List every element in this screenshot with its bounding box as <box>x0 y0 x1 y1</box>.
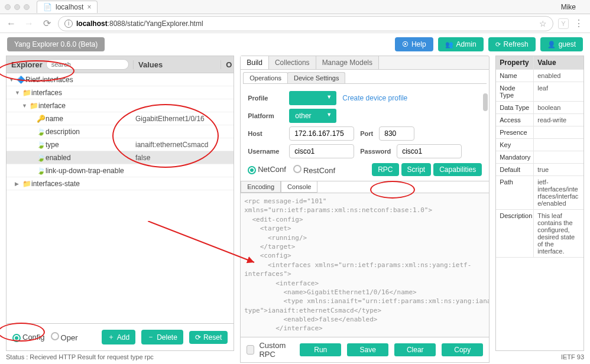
username-label: Username <box>248 148 283 155</box>
netconf-radio[interactable]: NetConf <box>248 165 286 174</box>
tab-manage-models[interactable]: Manage Models <box>316 56 379 69</box>
status-right: IETF 93 <box>561 353 584 363</box>
password-label: Password <box>360 148 391 155</box>
menu-icon[interactable]: ⋮ <box>572 17 585 30</box>
key-icon: 🔑 <box>37 115 44 123</box>
tree-node-enabled[interactable]: 🍃enabledfalse <box>7 151 234 164</box>
browser-profile-name[interactable]: Mike <box>561 3 585 11</box>
create-profile-link[interactable]: Create device profile <box>342 94 407 102</box>
extension-icon[interactable]: Y <box>558 18 569 29</box>
browser-tab-bar: 📄 localhost × Mike <box>0 0 590 14</box>
url-text: localhost:8088/static/YangExplorer.html <box>76 20 203 28</box>
oper-column-header: O <box>221 60 234 69</box>
capabilities-button[interactable]: Capabilities <box>433 163 482 176</box>
bookmark-icon[interactable]: ☆ <box>539 19 547 28</box>
profile-dropdown[interactable] <box>289 91 336 105</box>
subtab-operations[interactable]: Operations <box>243 72 288 83</box>
sub-tabs: Operations Device Settings <box>243 72 487 84</box>
leaf-icon: 🍃 <box>37 128 44 136</box>
script-button[interactable]: Script <box>401 163 432 176</box>
tab-title: localhost <box>56 3 83 11</box>
explorer-footer: Config Oper ＋Add －Delete ⟳Reset <box>6 324 234 351</box>
tab-console[interactable]: Console <box>281 181 317 193</box>
property-header: Property <box>496 56 534 69</box>
tab-build[interactable]: Build <box>241 56 269 69</box>
help-button[interactable]: ⦿Help <box>395 37 433 51</box>
tab-collections[interactable]: Collections <box>269 56 316 69</box>
app-title-pill: Yang Explorer 0.6.0 (Beta) <box>7 37 105 51</box>
prop-row: Nameenabled <box>496 70 583 82</box>
guest-button[interactable]: 👤guest <box>540 37 583 51</box>
tree-node-interfaces-state[interactable]: ▶📁interfaces-state <box>7 177 234 190</box>
value-header: Value <box>534 56 583 69</box>
admin-button[interactable]: 👥Admin <box>438 37 484 51</box>
oper-radio[interactable]: Oper <box>51 332 78 342</box>
people-icon: 👥 <box>445 41 453 48</box>
tree-node-name[interactable]: 🔑nameGigabitEthernet1/0/16 <box>7 112 234 125</box>
scrollbar-thumb[interactable] <box>483 93 488 111</box>
close-window-icon[interactable] <box>5 4 11 10</box>
forward-button: → <box>22 17 35 30</box>
tree-node-interfaces[interactable]: ▼📁interfaces <box>7 86 234 99</box>
property-table: PropertyValue Nameenabled Node Typeleaf … <box>495 56 584 351</box>
leaf-icon: 🍃 <box>37 141 44 149</box>
back-button[interactable]: ← <box>5 17 18 30</box>
address-bar[interactable]: i localhost:8088/static/YangExplorer.htm… <box>58 16 553 31</box>
host-input[interactable] <box>289 126 354 141</box>
console-output[interactable]: <rpc message-id="101" xmlns="urn:ietf:pa… <box>241 193 489 337</box>
prop-row: Node Typeleaf <box>496 82 583 102</box>
config-radio[interactable]: Config <box>12 333 45 342</box>
values-column-header: Values <box>133 60 221 69</box>
window-controls <box>5 4 30 10</box>
tree-node-root[interactable]: ▼🔷Rietf-interfaces <box>7 73 234 86</box>
prop-row: Accessread-write <box>496 114 583 126</box>
prop-row: Mandatory <box>496 151 583 164</box>
tree-node-type[interactable]: 🍃typeianaift:ethernetCsmacd <box>7 138 234 151</box>
protocol-row: NetConf RestConf RPC Script Capabilities <box>241 163 489 181</box>
refresh-icon: ⟳ <box>495 41 501 48</box>
reset-icon: ⟳ <box>195 333 201 342</box>
device-form: Profile Create device profile Platform o… <box>241 84 489 163</box>
prop-row: Key <box>496 139 583 151</box>
user-icon: 👤 <box>547 41 556 48</box>
prop-row: Data Typeboolean <box>496 102 583 114</box>
maximize-window-icon[interactable] <box>24 4 30 10</box>
prop-row: Pathietf-interfaces/interfaces/interface… <box>496 176 583 210</box>
site-info-icon[interactable]: i <box>64 20 73 28</box>
browser-tab[interactable]: 📄 localhost × <box>37 1 98 13</box>
close-tab-icon[interactable]: × <box>87 3 91 11</box>
delete-button[interactable]: －Delete <box>141 330 183 344</box>
platform-label: Platform <box>248 112 283 119</box>
port-input[interactable] <box>379 126 414 141</box>
prop-row: DescriptionThis leaf contains the config… <box>496 210 583 258</box>
folder-icon: 📁 <box>22 89 30 97</box>
page-icon: 📄 <box>43 3 52 11</box>
tab-encoding[interactable]: Encoding <box>241 181 281 193</box>
refresh-button[interactable]: ⟳Refresh <box>488 37 536 51</box>
platform-dropdown[interactable]: other <box>289 109 336 123</box>
prop-row: Presence <box>496 126 583 139</box>
tree-node-interface[interactable]: ▼📁interface <box>7 99 234 112</box>
browser-toolbar: ← → ⟳ i localhost:8088/static/YangExplor… <box>0 14 590 33</box>
subtab-device-settings[interactable]: Device Settings <box>287 72 345 83</box>
username-input[interactable] <box>289 144 354 158</box>
app-header: Yang Explorer 0.6.0 (Beta) ⦿Help 👥Admin … <box>0 33 590 56</box>
plus-icon: ＋ <box>108 332 115 342</box>
tree-node-description[interactable]: 🍃description <box>7 125 234 138</box>
folder-icon: 📁 <box>22 180 30 188</box>
rpc-button[interactable]: RPC <box>372 163 398 176</box>
add-button[interactable]: ＋Add <box>102 330 135 344</box>
explorer-header: Explorer Values O <box>6 56 234 73</box>
explorer-search-input[interactable] <box>46 59 129 70</box>
restconf-radio[interactable]: RestConf <box>293 165 335 175</box>
tree-node-linkup[interactable]: 🍃link-up-down-trap-enable <box>7 164 234 177</box>
reset-button[interactable]: ⟳Reset <box>189 331 228 344</box>
host-label: Host <box>248 130 283 137</box>
prop-row: Defaulttrue <box>496 164 583 176</box>
minimize-window-icon[interactable] <box>14 4 20 10</box>
password-input[interactable] <box>397 144 462 158</box>
console-tabs: Encoding Console <box>241 181 489 193</box>
reload-button[interactable]: ⟳ <box>40 17 53 30</box>
explorer-title: Explorer <box>11 60 43 69</box>
module-icon: 🔷 <box>17 76 24 84</box>
